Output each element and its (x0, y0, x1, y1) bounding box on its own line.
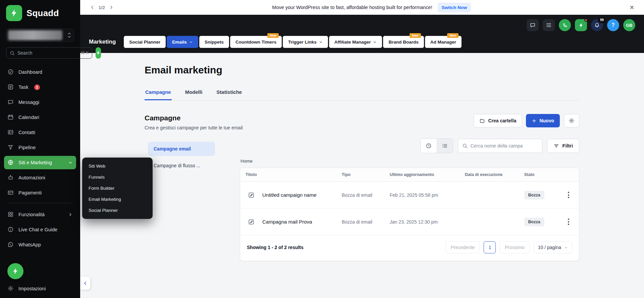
edit-campaign-button[interactable] (246, 189, 257, 201)
campaign-updated: Feb 21, 2025 05:58 pm (384, 182, 460, 208)
section-header-text: Campagne Crea e gestisci campagne per tu… (145, 114, 243, 130)
collapse-sidebar-button[interactable] (80, 277, 90, 290)
page-size-select[interactable]: 10 / pagina (534, 241, 572, 253)
tab-ad-manager[interactable]: New Ad Manager (425, 36, 462, 48)
edit-campaign-button[interactable] (246, 216, 257, 228)
campaign-title[interactable]: Campagna mail Prova (262, 219, 312, 225)
main-area: 1/2 Move your WordPress site to fast, af… (80, 0, 644, 298)
page-tabs: Campagne Modelli Statistiche (145, 89, 579, 101)
section-actions: Crea cartella Nuovo (474, 114, 579, 127)
sidebar-item-messaggi[interactable]: Messaggi (4, 96, 76, 109)
tab-affiliate-manager[interactable]: Affiliate Manager (329, 36, 382, 48)
chevron-up-down-icon (67, 32, 71, 39)
history-view-button[interactable] (421, 139, 437, 153)
close-banner-button[interactable] (629, 4, 635, 11)
chevron-down-icon (319, 40, 323, 44)
notifications-button[interactable]: 99 (591, 19, 603, 31)
tab-campagne[interactable]: Campagne (145, 89, 172, 100)
filter-icon (553, 143, 559, 149)
campaign-title-cell: Campagna mail Prova (246, 216, 331, 228)
sidebar-nav: Dashboard Task 1 Messaggi Calendari (0, 61, 80, 253)
campaign-updated: Jan 23, 2025 12:30 pm (384, 208, 460, 235)
vtab-campagne-email[interactable]: Campagne email (148, 142, 215, 156)
tab-countdown-timers[interactable]: New Countdown Timers (230, 36, 282, 48)
close-icon (629, 5, 635, 10)
campaigns-body: Campagne email Campagne di flusso ... (145, 138, 579, 261)
flyout-item-siti-web[interactable]: Siti Web (82, 161, 153, 172)
campaign-type: Bozza di email (336, 182, 384, 208)
next-page-button[interactable]: Prossimo (500, 241, 529, 253)
chevron-right-icon (68, 212, 73, 217)
new-button[interactable]: Nuovo (526, 114, 560, 127)
campaign-search-input[interactable] (471, 143, 538, 148)
tab-snippets[interactable]: Snippets (199, 36, 229, 48)
funnel-icon (7, 144, 14, 151)
checklist-button[interactable] (543, 19, 555, 31)
campaign-title[interactable]: Untitled campaign name (262, 192, 317, 198)
breadcrumb[interactable]: Home (240, 159, 253, 164)
vtab-campagne-di-flusso[interactable]: Campagne di flusso ... (148, 159, 215, 173)
sidebar-item-automazioni[interactable]: Automazioni (4, 171, 76, 184)
phone-button[interactable] (559, 19, 571, 31)
sidebar-item-task[interactable]: Task 1 (4, 80, 76, 94)
page-title: Email marketing (145, 64, 579, 76)
account-switcher[interactable] (6, 28, 74, 42)
chevron-down-icon (564, 246, 568, 249)
marketing-nav: Marketing Social Planner Emails Snippets… (80, 34, 644, 53)
calendar-icon (7, 114, 14, 121)
list-view-button[interactable] (437, 139, 453, 153)
whatsapp-icon (7, 241, 14, 248)
tab-trigger-links[interactable]: Trigger Links (283, 36, 328, 48)
squadd-logo-icon (6, 5, 22, 21)
tab-statistiche[interactable]: Statistiche (216, 89, 243, 100)
user-avatar[interactable]: GB (623, 19, 635, 31)
switch-now-button[interactable]: Switch Now (438, 3, 471, 12)
folder-icon (479, 118, 485, 124)
flyout-item-funnels[interactable]: Funnels (82, 172, 153, 183)
campaign-search[interactable] (458, 139, 542, 153)
banner-prev-button[interactable] (89, 4, 96, 11)
sidebar-item-funzionalita[interactable]: Funzionalità (4, 208, 76, 221)
conversations-button[interactable] (527, 19, 539, 31)
squadd-fab-button[interactable] (7, 263, 23, 279)
results-summary: Showing 1 - 2 of 2 results (247, 245, 304, 250)
sidebar-item-whatsapp[interactable]: WhatsApp (4, 238, 76, 251)
sidebar-item-impostazioni[interactable]: Impostazioni (0, 282, 80, 298)
flyout-item-social-planner[interactable]: Social Planner (82, 205, 153, 216)
robot-icon (7, 174, 14, 181)
chevron-down-icon (189, 40, 193, 44)
sidebar-item-pagamenti[interactable]: Pagamenti (4, 186, 76, 199)
app-launcher-button[interactable] (575, 19, 587, 31)
row-menu-button[interactable] (564, 216, 574, 228)
create-folder-button[interactable]: Crea cartella (474, 114, 522, 127)
banner-next-button[interactable] (108, 4, 115, 11)
account-name-redacted (8, 30, 62, 40)
row-menu-button[interactable] (564, 189, 574, 201)
sidebar-search-input[interactable] (17, 50, 78, 56)
flyout-item-email-marketing[interactable]: Email Marketing (82, 194, 153, 205)
clock-icon (426, 143, 432, 149)
quick-actions-button[interactable] (96, 47, 101, 59)
phone-icon (562, 22, 568, 28)
sidebar-item-siti-e-marketing[interactable]: Siti e Marketing (4, 156, 76, 169)
tab-emails[interactable]: Emails (167, 36, 198, 48)
sidebar-item-live-chat[interactable]: Live Chat e Guide (4, 223, 76, 236)
current-page-button[interactable]: 1 (484, 241, 496, 253)
settings-button[interactable] (564, 114, 579, 127)
sidebar-item-dashboard[interactable]: Dashboard (4, 65, 76, 79)
chevron-down-icon (68, 160, 73, 165)
help-button[interactable]: ? (607, 19, 619, 31)
prev-page-button[interactable]: Precedente (446, 241, 480, 253)
section-title: Campagne (145, 114, 243, 122)
sidebar-item-contatti[interactable]: Contatti (4, 126, 76, 139)
sidebar-item-pipeline[interactable]: Pipeline (4, 141, 76, 154)
sidebar-search[interactable]: ⌘ K (6, 47, 92, 59)
sidebar-item-calendari[interactable]: Calendari (4, 111, 76, 124)
tab-brand-boards[interactable]: New Brand Boards (383, 36, 424, 48)
tab-social-planner[interactable]: Social Planner (124, 36, 166, 48)
pencil-square-icon (248, 192, 255, 198)
tab-modelli[interactable]: Modelli (184, 89, 203, 100)
filter-button[interactable]: Filtri (547, 139, 579, 153)
flyout-item-form-builder[interactable]: Form Builder (82, 183, 153, 194)
contacts-icon (7, 129, 14, 136)
